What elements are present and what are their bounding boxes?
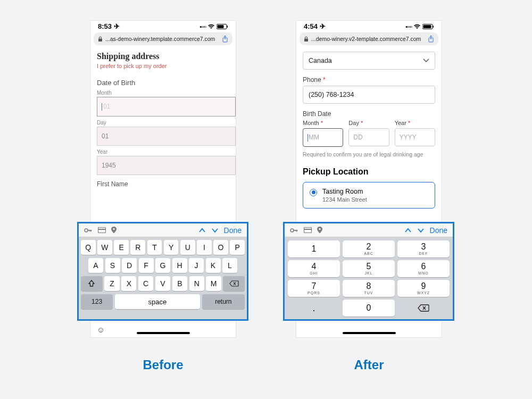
key-icon[interactable] xyxy=(84,227,93,234)
key-b[interactable]: B xyxy=(172,276,187,291)
svg-rect-2 xyxy=(227,26,228,28)
next-field-icon[interactable] xyxy=(211,228,219,233)
svg-rect-1 xyxy=(218,25,224,28)
wifi-icon xyxy=(207,24,215,29)
card-icon[interactable] xyxy=(98,227,106,233)
pickup-preference-link[interactable]: I prefer to pick up my order xyxy=(97,63,229,69)
emoji-icon[interactable]: ☺ xyxy=(97,325,105,334)
key-q[interactable]: Q xyxy=(81,240,96,255)
signal-icon: ▪▫▫▫ xyxy=(200,23,206,30)
key-d[interactable]: D xyxy=(122,258,137,273)
signal-icon: ▪▫▫▫ xyxy=(405,23,412,30)
key-s[interactable]: S xyxy=(105,258,120,273)
year-input[interactable]: YYYY xyxy=(395,128,435,146)
prev-field-icon[interactable] xyxy=(404,228,412,233)
status-time: 8:53 xyxy=(98,22,112,30)
numkey-9[interactable]: 9WXYZ xyxy=(397,280,450,297)
key-h[interactable]: H xyxy=(172,258,187,273)
key-u[interactable]: U xyxy=(180,240,195,255)
svg-point-11 xyxy=(113,228,114,230)
key-z[interactable]: Z xyxy=(104,276,119,291)
numkey-4[interactable]: 4GHI xyxy=(288,260,340,277)
country-select[interactable]: Canada xyxy=(303,52,435,70)
numkey-6[interactable]: 6MNO xyxy=(397,260,450,277)
key-i[interactable]: I xyxy=(197,240,212,255)
done-button[interactable]: Done xyxy=(430,226,447,235)
birthdate-label: Birth Date xyxy=(303,110,435,118)
key-w[interactable]: W xyxy=(97,240,112,255)
dot-key[interactable]: . xyxy=(288,300,340,317)
key-icon[interactable] xyxy=(290,227,298,234)
year-label: Year xyxy=(97,149,229,155)
key-e[interactable]: E xyxy=(114,240,129,255)
key-l[interactable]: L xyxy=(222,258,237,273)
location-icon[interactable] xyxy=(111,227,117,234)
numkey-0[interactable]: 0 xyxy=(343,300,395,317)
caption-before: Before xyxy=(90,358,236,372)
keyboard-numpad: Done 12ABC3DEF4GHI5JKL6MNO7PQRS8TUV9WXYZ… xyxy=(283,222,454,321)
numkey-3[interactable]: 3DEF xyxy=(397,240,450,257)
url-bar[interactable]: ...as-demo-winery.template.commerce7.com xyxy=(94,32,232,45)
backspace-key[interactable] xyxy=(397,300,450,317)
home-indicator[interactable] xyxy=(343,332,396,334)
done-button[interactable]: Done xyxy=(224,226,242,235)
key-k[interactable]: K xyxy=(206,258,221,273)
prev-field-icon[interactable] xyxy=(198,228,206,233)
status-bar: 8:53 ✈ ▪▫▫▫ xyxy=(90,21,236,31)
key-o[interactable]: O xyxy=(213,240,228,255)
key-r[interactable]: R xyxy=(130,240,145,255)
backspace-key[interactable] xyxy=(223,276,245,291)
phone-label: Phone * xyxy=(303,76,435,84)
shift-key[interactable] xyxy=(81,276,103,291)
share-icon[interactable] xyxy=(428,35,434,43)
url-bar[interactable]: ...demo-winery.v2-template.commerce7.com xyxy=(300,32,438,45)
month-input[interactable]: 01 xyxy=(97,97,236,117)
key-c[interactable]: C xyxy=(138,276,153,291)
key-m[interactable]: M xyxy=(206,276,221,291)
lock-icon xyxy=(304,36,309,42)
phone-input[interactable]: (250) 768-1234 xyxy=(303,86,435,104)
svg-rect-7 xyxy=(90,230,92,232)
form-content: Canada Phone * (250) 768-1234 Birth Date… xyxy=(296,45,442,209)
status-icons: ▪▫▫▫ xyxy=(405,23,434,30)
svg-rect-10 xyxy=(98,229,106,230)
return-key[interactable]: return xyxy=(202,294,245,309)
space-key[interactable]: space xyxy=(115,294,201,309)
chevron-down-icon xyxy=(423,59,429,63)
key-f[interactable]: F xyxy=(139,258,154,273)
keyboard-toolbar: Done xyxy=(79,223,247,237)
numkey-5[interactable]: 5JKL xyxy=(343,260,395,277)
pickup-option[interactable]: Tasting Room 1234 Main Street xyxy=(303,182,435,209)
battery-icon xyxy=(422,24,434,29)
numkey-2[interactable]: 2ABC xyxy=(343,240,395,257)
numbers-key[interactable]: 123 xyxy=(81,294,113,309)
key-j[interactable]: J xyxy=(189,258,204,273)
status-time: 4:54 xyxy=(304,22,318,30)
svg-rect-14 xyxy=(433,26,434,28)
home-indicator[interactable] xyxy=(137,332,190,334)
day-input[interactable]: DD xyxy=(348,128,389,146)
key-x[interactable]: X xyxy=(121,276,136,291)
key-v[interactable]: V xyxy=(155,276,170,291)
location-icon[interactable] xyxy=(317,227,322,234)
numkey-8[interactable]: 8TUV xyxy=(343,280,395,297)
next-field-icon[interactable] xyxy=(417,228,425,233)
month-input[interactable]: MM xyxy=(303,128,343,147)
key-a[interactable]: A xyxy=(88,258,103,273)
year-input[interactable]: 1945 xyxy=(97,156,236,175)
key-t[interactable]: T xyxy=(147,240,162,255)
numkey-1[interactable]: 1 xyxy=(288,240,340,257)
day-input[interactable]: 01 xyxy=(97,127,236,146)
key-y[interactable]: Y xyxy=(164,240,179,255)
svg-rect-15 xyxy=(304,38,308,41)
card-icon[interactable] xyxy=(304,227,312,233)
shipping-heading: Shipping address xyxy=(97,52,229,61)
status-icons: ▪▫▫▫ xyxy=(200,23,228,30)
url-text: ...demo-winery.v2-template.commerce7.com xyxy=(311,36,421,42)
key-n[interactable]: N xyxy=(189,276,204,291)
month-label: Month * xyxy=(303,120,343,126)
key-p[interactable]: P xyxy=(230,240,245,255)
numkey-7[interactable]: 7PQRS xyxy=(288,280,340,297)
share-icon[interactable] xyxy=(222,35,228,43)
key-g[interactable]: G xyxy=(155,258,170,273)
